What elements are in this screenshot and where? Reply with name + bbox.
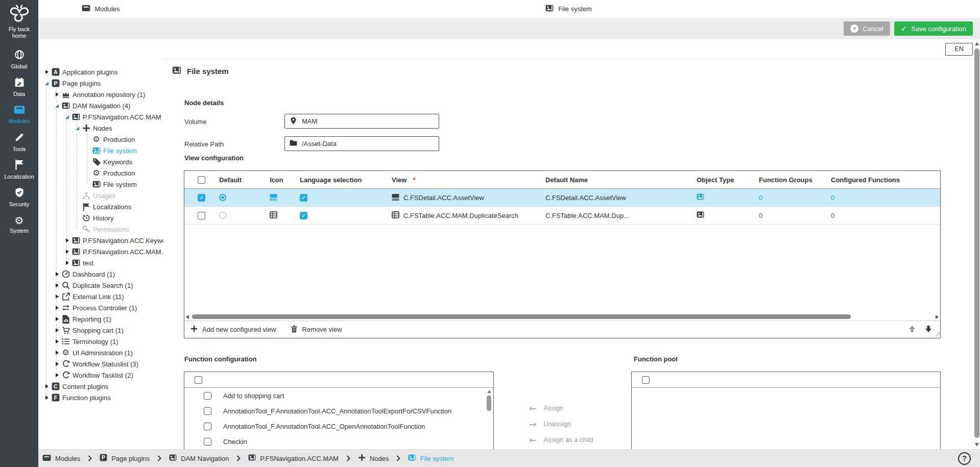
expand-arrow-icon[interactable] [54,294,60,299]
expand-arrow-icon[interactable] [64,250,70,254]
tree-item-p-fsnavigation-acc-mam[interactable]: P.FSNavigation.ACC.MAM.... [38,246,163,257]
tree-item-test[interactable]: test [38,257,163,268]
expand-arrow-icon[interactable] [74,127,81,130]
scroll-right-arrow-icon[interactable] [936,315,939,319]
move-down-button[interactable] [925,325,932,334]
expand-arrow-icon[interactable] [43,82,50,85]
tree-item-keywords[interactable]: Keywords [38,156,163,167]
tree-item-terminology-1[interactable]: Terminology (1) [38,336,163,347]
select-all-functions-checkbox[interactable] [195,376,202,384]
scroll-down-arrow-icon[interactable] [975,443,979,447]
language-selection-checkbox[interactable]: ✓ [300,194,307,202]
expand-arrow-icon[interactable] [64,115,70,119]
function-item-annotationtool-f-annotationtool-acc-openannotationtoolfunction[interactable]: AnnotationTool_F.AnnotationTool.ACC_Open… [184,419,493,434]
resize-handle[interactable] [934,330,940,338]
language-selection-checkbox[interactable]: ✓ [300,212,307,219]
expand-arrow-icon[interactable] [54,317,60,321]
add-configured-view-button[interactable]: Add new configured view [190,325,276,334]
sidebar-item-global[interactable]: Global [0,45,38,73]
tree-item-dam-navigation-4[interactable]: DAM Navigation (4) [38,100,163,111]
expand-arrow-icon[interactable] [54,339,60,343]
breadcrumb-item-modules[interactable]: Modules [42,454,80,463]
breadcrumb-item-nodes[interactable]: Nodes [358,454,389,463]
breadcrumb-item-file-system[interactable]: File system [408,454,453,462]
scroll-up-arrow-icon[interactable] [975,42,979,45]
expand-arrow-icon[interactable] [54,272,60,276]
fly-back-home-button[interactable]: Fly back home [0,0,38,39]
sidebar-item-localization[interactable]: Localization [0,156,38,183]
unassign-button[interactable]: → Unassign [529,416,593,432]
sidebar-item-data[interactable]: Data [0,73,38,101]
help-icon[interactable]: ? [958,452,971,465]
function-item-checkin[interactable]: Checkin [184,434,493,449]
row-select-checkbox[interactable] [198,212,205,219]
tree-item-history[interactable]: History [38,212,163,224]
sidebar-item-tools[interactable]: Tools [0,128,38,156]
tree-item-reporting-1[interactable]: Reporting (1) [38,313,163,325]
tree-item-content-plugins[interactable]: C Content plugins [38,381,163,392]
tree-item-function-plugins[interactable]: F Function plugins [38,392,163,403]
expand-arrow-icon[interactable] [43,70,50,74]
view-row-c-fstable-acc-mam-duplicatesearch[interactable]: ✓ C.FSTable.ACC.MAM.DuplicateSearch C.FS… [184,207,940,225]
vertical-scrollbar[interactable] [974,39,980,449]
expand-arrow-icon[interactable] [54,362,60,366]
horizontal-scrollbar[interactable] [184,313,940,321]
default-radio[interactable] [219,212,226,219]
field-input-relative-path[interactable]: /Asset-Data [284,136,439,151]
language-selector[interactable]: EN [945,43,973,56]
row-select-checkbox[interactable]: ✓ [198,194,205,202]
save-configuration-button[interactable]: ✓ Save configuration [894,21,973,36]
function-item-annotationtool-f-annotationtool-acc-annotationtoolexportforcsvfunction[interactable]: AnnotationTool_F.AnnotationTool.ACC_Anno… [184,403,493,419]
assign-button[interactable]: ← Assign [529,400,593,416]
tree-item-file-system[interactable]: File system [38,145,163,156]
select-all-rows-checkbox[interactable] [198,176,205,184]
sidebar-item-system[interactable]: ⚙ System [0,211,38,238]
function-item-checkbox[interactable] [204,438,211,446]
scroll-up-arrow-icon[interactable] [487,390,491,393]
tree-item-duplicate-search-1[interactable]: Duplicate Search (1) [38,280,163,291]
breadcrumb-item-p-fsnavigation-acc-mam[interactable]: P.FSNavigation.ACC.MAM [248,454,339,462]
scroll-left-arrow-icon[interactable] [186,315,189,319]
move-up-button[interactable] [909,325,916,334]
cancel-button[interactable]: × Cancel [844,21,890,36]
expand-arrow-icon[interactable] [64,261,70,265]
sidebar-item-modules[interactable]: Modules [0,101,38,128]
remove-view-button[interactable]: Remove view [291,325,342,334]
horizontal-scrollbar-thumb[interactable] [192,314,851,319]
tree-item-permissions[interactable]: Permissions [38,224,163,235]
expand-arrow-icon[interactable] [54,283,60,287]
tree-item-page-plugins[interactable]: P Page plugins [38,78,163,89]
tree-item-p-fsnavigation-acc-keywo[interactable]: P.FSNavigation.ACC.Keywo... [38,235,163,246]
tree-item-usages[interactable]: Usages [38,190,163,201]
expand-arrow-icon[interactable] [54,373,60,377]
tree-item-nodes[interactable]: Nodes [38,122,163,134]
tree-item-external-link-11[interactable]: External Link (11) [38,291,163,302]
function-item-checkbox[interactable] [204,407,211,415]
tree-item-p-fsnavigation-acc-mam[interactable]: P.FSNavigation.ACC.MAM [38,111,163,122]
expand-arrow-icon[interactable] [54,328,60,332]
tree-item-production[interactable]: ⚙ Production [38,134,163,145]
expand-arrow-icon[interactable] [54,351,60,355]
default-radio[interactable] [219,194,226,201]
tree-item-workflow-statuslist-3[interactable]: Workflow Statuslist (3) [38,358,163,370]
breadcrumb-item-dam-navigation[interactable]: DAM Navigation [169,454,229,462]
expand-arrow-icon[interactable] [54,92,60,96]
expand-arrow-icon[interactable] [64,238,70,242]
tree-item-annotation-repository-1[interactable]: Annotation repository (1) [38,89,163,100]
vertical-scrollbar-thumb[interactable] [974,48,979,438]
breadcrumb-item-page-plugins[interactable]: P Page plugins [100,454,150,463]
select-all-pool-checkbox[interactable] [642,376,650,384]
tree-item-workflow-tasklist-2[interactable]: Workflow Tasklist (2) [38,370,163,381]
function-item-add-to-shopping-cart[interactable]: Add to shopping cart [184,388,493,403]
sidebar-item-security[interactable]: Security [0,183,38,211]
field-input-volume[interactable]: MAM [284,114,439,129]
tree-item-ui-administration-1[interactable]: ⚙ UI Administration (1) [38,347,163,358]
expand-arrow-icon[interactable] [43,396,50,400]
tree-item-shopping-cart-1[interactable]: Shopping cart (1) [38,325,163,336]
tree-item-localizations[interactable]: Localizations [38,201,163,212]
expand-arrow-icon[interactable] [54,306,60,310]
function-list-scrollbar[interactable] [486,389,492,449]
function-item-checkbox[interactable] [204,392,211,400]
tree-item-process-controller-1[interactable]: Process Controller (1) [38,302,163,313]
tree-item-dashboard-1[interactable]: Dashboard (1) [38,268,163,280]
